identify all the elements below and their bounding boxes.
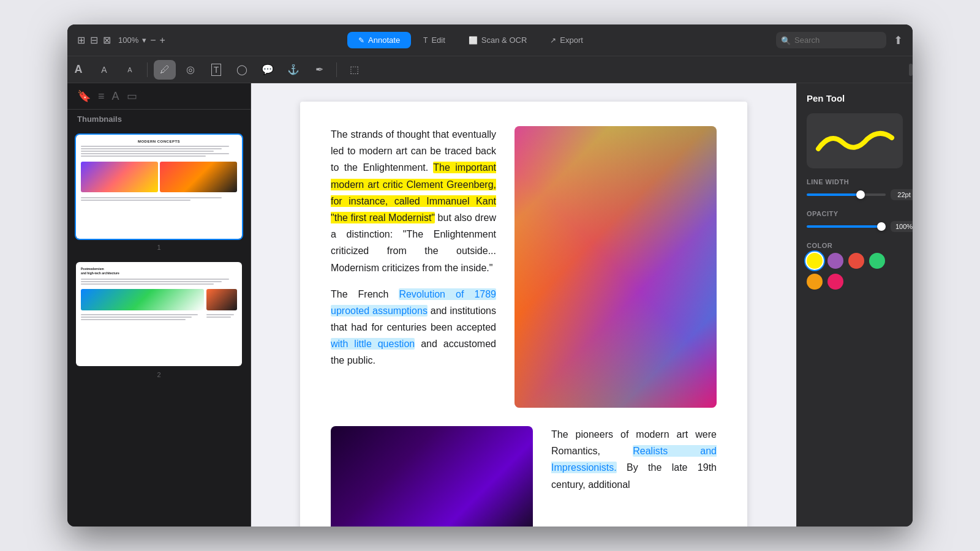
doc-page: The strands of thought that eventually l… bbox=[300, 102, 747, 527]
thumb-content-1: MODERN CONCEPTS bbox=[76, 135, 242, 239]
thumb-line bbox=[81, 317, 192, 318]
color-pink[interactable] bbox=[827, 274, 843, 290]
tab-edit[interactable]: T Edit bbox=[412, 32, 456, 48]
color-purple[interactable] bbox=[827, 253, 843, 269]
comment-icon: 💬 bbox=[262, 64, 274, 75]
thumb-line bbox=[81, 314, 198, 315]
thumb-box-2: Postmodernismand high-tech architecture bbox=[75, 261, 243, 367]
thumb-page-num-1: 1 bbox=[75, 244, 243, 251]
thumb-image-dark bbox=[160, 162, 237, 192]
shape-icon: ◯ bbox=[236, 64, 247, 75]
thumb-line bbox=[81, 279, 229, 280]
sidebar-tabs: 🔖 ≡ A ▭ bbox=[67, 83, 251, 110]
tab-export[interactable]: ↗ Export bbox=[539, 32, 594, 48]
thumb-image-colorful bbox=[81, 162, 158, 192]
comment-tool[interactable]: 💬 bbox=[257, 60, 279, 80]
opacity-value: 100% bbox=[891, 221, 913, 232]
thumb-col-img-2 bbox=[206, 289, 237, 310]
sidebar-bookmark-icon[interactable]: 🔖 bbox=[77, 89, 91, 103]
annotation-toolbar: A A A 🖊 ◎ T ◯ 💬 ⚓ ✒ ⬚ bbox=[67, 56, 913, 83]
line-width-label: LINE WIDTH bbox=[807, 178, 903, 186]
tab-edit-label: Edit bbox=[431, 36, 445, 45]
opacity-slider[interactable] bbox=[807, 225, 886, 228]
zoom-level: 100% bbox=[118, 36, 138, 45]
line-width-section: LINE WIDTH 22pt bbox=[807, 178, 903, 200]
signature-tool[interactable]: ✒ bbox=[308, 60, 330, 80]
share-button[interactable]: ⬆ bbox=[894, 34, 903, 47]
grid-view-icon[interactable]: ⊟ bbox=[90, 34, 98, 46]
sidebar: 🔖 ≡ A ▭ Thumbnails MODERN CONCEPTS bbox=[67, 83, 251, 527]
split-view-icon[interactable]: ⊠ bbox=[103, 34, 111, 46]
thumb-col-img-1 bbox=[81, 289, 204, 310]
eraser-tool[interactable]: ◎ bbox=[179, 60, 202, 80]
color-green[interactable] bbox=[869, 253, 885, 269]
zoom-out-button[interactable]: − bbox=[150, 35, 156, 46]
doc-text-column: The strands of thought that eventually l… bbox=[331, 126, 496, 369]
doc-paragraph-3: The pioneers of modern art were Romantic… bbox=[551, 426, 717, 493]
search-input[interactable] bbox=[776, 32, 886, 48]
font-medium-tool[interactable]: A bbox=[93, 60, 115, 80]
thumb-line bbox=[81, 319, 186, 320]
selection-tool[interactable]: ⬚ bbox=[343, 60, 365, 80]
sidebar-page-icon[interactable]: ▭ bbox=[127, 89, 137, 103]
ann-separator-1 bbox=[147, 62, 148, 77]
textbox-tool[interactable]: T bbox=[205, 60, 227, 80]
scan-icon: ⬜ bbox=[469, 36, 478, 45]
thumbnail-page-1[interactable]: MODERN CONCEPTS bbox=[75, 133, 243, 251]
opacity-label: OPACITY bbox=[807, 210, 903, 217]
opacity-row: 100% bbox=[807, 221, 903, 232]
thumb-title-1: MODERN CONCEPTS bbox=[81, 140, 237, 143]
thumb-line bbox=[81, 151, 214, 152]
highlight-tool[interactable]: 🖊 bbox=[154, 60, 176, 80]
font-large-tool[interactable]: A bbox=[67, 60, 89, 80]
opacity-section: OPACITY 100% bbox=[807, 210, 903, 232]
doc-image-column bbox=[514, 126, 717, 408]
zoom-in-button[interactable]: + bbox=[160, 35, 165, 46]
pen-tool-panel: Pen Tool LINE WIDTH 22pt OPACITY 100% bbox=[796, 83, 913, 527]
color-orange[interactable] bbox=[807, 274, 823, 290]
color-section: COLOR bbox=[807, 242, 903, 290]
tab-annotate[interactable]: ✎ Annotate bbox=[347, 32, 411, 48]
search-icon: 🔍 bbox=[781, 36, 791, 45]
color-label: COLOR bbox=[807, 242, 903, 249]
line-width-value: 22pt bbox=[891, 189, 913, 200]
colors-row bbox=[807, 253, 903, 290]
doc-bottom-image bbox=[331, 426, 533, 527]
document-area[interactable]: The strands of thought that eventually l… bbox=[251, 83, 796, 527]
color-red[interactable] bbox=[848, 253, 864, 269]
thumb-line bbox=[81, 197, 222, 198]
view-icons-group: ⊞ ⊟ ⊠ bbox=[77, 34, 111, 46]
right-drag-handle[interactable] bbox=[909, 64, 913, 76]
shape-tool[interactable]: ◯ bbox=[231, 60, 253, 80]
zoom-dropdown-icon: ▾ bbox=[142, 36, 146, 45]
line-width-slider[interactable] bbox=[807, 193, 886, 196]
thumb-images-1 bbox=[81, 162, 237, 192]
font-small-tool[interactable]: A bbox=[119, 60, 141, 80]
thumb-line bbox=[81, 153, 229, 154]
sidebar-list-icon[interactable]: ≡ bbox=[98, 90, 105, 103]
thumb-two-col-2 bbox=[81, 289, 237, 361]
stamp-tool[interactable]: ⚓ bbox=[282, 60, 304, 80]
tab-scan[interactable]: ⬜ Scan & OCR bbox=[458, 32, 538, 48]
highlight-icon: 🖊 bbox=[160, 64, 170, 75]
sidebar-toggle-icon[interactable]: ⊞ bbox=[77, 34, 85, 46]
app-window: ⊞ ⊟ ⊠ 100% ▾ − + ✎ Annotate T Edit ⬜ Sca… bbox=[67, 24, 913, 527]
top-toolbar: ⊞ ⊟ ⊠ 100% ▾ − + ✎ Annotate T Edit ⬜ Sca… bbox=[67, 24, 913, 56]
thumbnails-label: Thumbnails bbox=[67, 110, 251, 129]
thumb-lines-2 bbox=[81, 197, 237, 201]
thumb-line bbox=[81, 146, 229, 147]
thumb-col-left-2 bbox=[81, 289, 204, 361]
sidebar-text-icon[interactable]: A bbox=[112, 90, 119, 103]
doc-paragraph-1: The strands of thought that eventually l… bbox=[331, 126, 496, 276]
thumb-line bbox=[206, 317, 231, 318]
pen-preview bbox=[807, 113, 903, 168]
textbox-icon: T bbox=[211, 64, 222, 76]
thumbnail-page-2[interactable]: Postmodernismand high-tech architecture bbox=[75, 261, 243, 378]
font-medium-icon: A bbox=[101, 65, 107, 75]
thumb-lines-1 bbox=[81, 146, 237, 157]
color-yellow[interactable] bbox=[807, 253, 823, 269]
doc-text-french-prefix: The French bbox=[331, 289, 399, 299]
tab-export-label: Export bbox=[560, 36, 583, 45]
pen-tool-title: Pen Tool bbox=[807, 93, 903, 103]
zoom-control: 100% ▾ − + bbox=[118, 35, 165, 46]
